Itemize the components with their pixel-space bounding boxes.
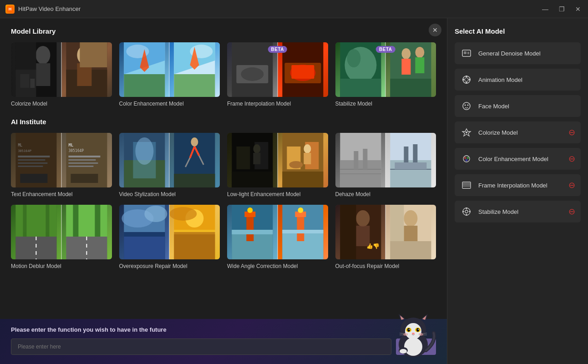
- model-card-outoffocus[interactable]: 👍 👎: [335, 205, 436, 269]
- svg-rect-80: [304, 153, 311, 164]
- svg-point-176: [467, 105, 469, 106]
- svg-point-161: [419, 333, 423, 336]
- model-thumb-color-enhancement: [119, 42, 220, 97]
- stabilize-remove-button[interactable]: ⊖: [568, 207, 575, 217]
- svg-rect-35: [340, 79, 381, 97]
- svg-rect-47: [18, 162, 47, 164]
- svg-rect-165: [464, 51, 466, 54]
- model-thumb-overexposure: [119, 205, 220, 259]
- svg-rect-31: [291, 65, 314, 79]
- model-card-lowlight[interactable]: Low-light Enhancement Model: [227, 133, 328, 197]
- ai-model-item-animation[interactable]: Animation Model: [455, 69, 581, 91]
- model-card-wide-angle[interactable]: Wide Angle Correction Model: [227, 205, 328, 269]
- beta-badge-stabilize: BETA: [376, 46, 395, 53]
- svg-text:ML: ML: [68, 143, 73, 147]
- svg-point-34: [347, 49, 360, 67]
- submit-button[interactable]: Submit: [396, 339, 436, 355]
- ai-model-item-frame-interpolation[interactable]: Frame Interpolation Model ⊖: [455, 174, 581, 196]
- svg-rect-49: [20, 174, 47, 183]
- svg-point-160: [403, 333, 408, 336]
- model-card-text-enhancement[interactable]: ML 305164P: [11, 133, 112, 197]
- svg-rect-55: [68, 162, 98, 164]
- model-library-grid: Colorize Model: [11, 42, 436, 107]
- svg-point-39: [416, 47, 425, 58]
- svg-rect-21: [174, 74, 215, 97]
- svg-point-171: [466, 82, 467, 84]
- svg-point-81: [289, 161, 303, 168]
- colorize-remove-button[interactable]: ⊖: [568, 127, 575, 137]
- svg-point-170: [466, 76, 467, 77]
- model-thumb-stabilize: BETA: [335, 42, 436, 97]
- beta-badge-frame: BETA: [268, 46, 287, 53]
- bottom-panel: Please enter the function you wish to ha…: [0, 319, 447, 364]
- model-card-colorize[interactable]: Colorize Model: [11, 42, 112, 107]
- svg-rect-129: [282, 230, 323, 233]
- svg-point-3: [35, 46, 50, 64]
- model-card-motion-deblur[interactable]: Motion Deblur Model: [11, 205, 112, 269]
- maximize-button[interactable]: ❐: [557, 5, 566, 13]
- svg-rect-195: [470, 211, 471, 212]
- stabilize-model-icon: [460, 205, 473, 218]
- svg-rect-45: [18, 156, 50, 157]
- svg-rect-93: [395, 162, 427, 169]
- model-library-title: Model Library: [11, 27, 436, 35]
- svg-rect-194: [462, 211, 464, 212]
- svg-rect-78: [282, 172, 323, 187]
- bottom-question-text: Please enter the function you wish to ha…: [11, 326, 436, 333]
- svg-point-181: [466, 159, 468, 162]
- ai-model-item-stabilize[interactable]: Stabilize Model ⊖: [455, 201, 581, 222]
- stabilize-model-label: Stabilize Model: [478, 208, 563, 215]
- close-button[interactable]: ✕: [573, 5, 583, 13]
- svg-rect-117: [174, 234, 215, 259]
- svg-rect-68: [174, 174, 215, 187]
- ai-model-item-general-denoise[interactable]: General Denoise Model: [455, 42, 581, 64]
- model-card-overexposure[interactable]: Overexposure Repair Model: [119, 205, 220, 269]
- model-thumb-lowlight: [227, 133, 328, 187]
- face-label: Face Model: [478, 103, 575, 110]
- svg-line-156: [400, 333, 408, 334]
- svg-text:305164P: 305164P: [18, 149, 31, 153]
- svg-text:305164P: 305164P: [68, 149, 84, 153]
- model-name-outoffocus: Out-of-focus Repair Model: [335, 263, 436, 269]
- model-card-dehaze[interactable]: Dehaze Model: [335, 133, 436, 197]
- frame-interpolation-remove-button[interactable]: ⊖: [568, 180, 575, 190]
- svg-rect-182: [462, 182, 471, 188]
- svg-rect-53: [68, 156, 100, 157]
- svg-text:ML: ML: [18, 143, 22, 147]
- library-close-button[interactable]: ✕: [429, 24, 441, 36]
- svg-point-61: [135, 137, 153, 165]
- svg-rect-123: [232, 230, 273, 234]
- svg-rect-56: [68, 166, 93, 167]
- general-denoise-icon: [460, 47, 473, 60]
- model-card-color-enhancement[interactable]: Color Enhancement Model: [119, 42, 220, 107]
- minimize-button[interactable]: —: [541, 5, 550, 13]
- ai-model-item-color-enhancement[interactable]: Color Enhancement Model ⊖: [455, 148, 581, 170]
- model-name-video-stylization: Video Stylization Model: [119, 191, 220, 197]
- svg-point-63: [191, 137, 198, 147]
- svg-point-179: [464, 157, 466, 159]
- color-enhancement-model-label: Color Enhancement Model: [478, 156, 563, 162]
- svg-rect-7: [15, 42, 36, 70]
- feature-request-input[interactable]: [11, 339, 391, 355]
- ai-institute-grid: ML 305164P: [11, 133, 436, 269]
- model-thumb-frame-interpolation: BETA: [227, 42, 328, 97]
- svg-point-131: [356, 210, 370, 227]
- color-enhancement-remove-button[interactable]: ⊖: [568, 154, 575, 164]
- svg-point-115: [170, 207, 197, 221]
- model-name-wide-angle: Wide Angle Correction Model: [227, 263, 328, 269]
- colorize-model-icon: [460, 126, 473, 139]
- svg-point-79: [304, 144, 311, 153]
- svg-rect-111: [124, 237, 165, 259]
- ai-model-item-colorize[interactable]: Colorize Model ⊖: [455, 121, 581, 143]
- svg-rect-97: [15, 205, 56, 237]
- svg-rect-72: [232, 172, 273, 187]
- model-card-frame-interpolation[interactable]: BETA Frame Interpolation Model: [227, 42, 328, 107]
- svg-rect-86: [354, 151, 358, 169]
- ai-model-item-face[interactable]: Face Model: [455, 95, 581, 117]
- svg-point-187: [465, 210, 468, 213]
- model-card-video-stylization[interactable]: Video Stylization Model: [119, 133, 220, 197]
- model-thumb-dehaze: [335, 133, 436, 187]
- model-card-stabilize[interactable]: BETA Stabilize Model: [335, 42, 436, 107]
- svg-point-109: [144, 206, 167, 222]
- main-layout: ✕ Model Library: [0, 18, 588, 364]
